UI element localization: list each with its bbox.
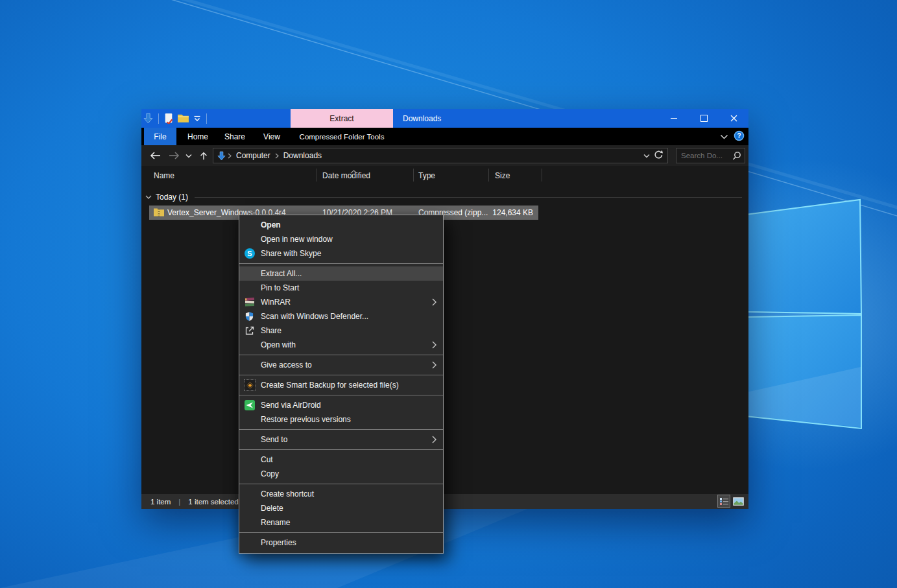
menu-separator bbox=[239, 263, 443, 264]
thumbnails-view-button[interactable] bbox=[732, 495, 744, 507]
windows-defender-icon bbox=[245, 311, 254, 322]
menu-item-label: Send via AirDroid bbox=[261, 401, 439, 410]
tab-compressed-folder-tools[interactable]: Compressed Folder Tools bbox=[294, 128, 389, 145]
menu-item-rename[interactable]: Rename bbox=[239, 515, 443, 530]
tab-home[interactable]: Home bbox=[183, 128, 213, 145]
menu-item-label: Send to bbox=[261, 435, 432, 444]
status-bar: 1 item | 1 item selected bbox=[141, 494, 748, 509]
menu-item-create-smart-backup[interactable]: Create Smart Backup for selected file(s) bbox=[239, 378, 443, 392]
menu-item-label: Open bbox=[261, 220, 439, 229]
group-collapse-chevron-icon[interactable] bbox=[145, 195, 152, 199]
search-icon[interactable] bbox=[732, 151, 741, 161]
menu-item-label: Create shortcut bbox=[261, 489, 439, 499]
menu-item-label: Share bbox=[261, 326, 439, 335]
menu-item-send-to[interactable]: Send to bbox=[239, 432, 443, 447]
menu-item-restore-previous-versions[interactable]: Restore previous versions bbox=[239, 412, 443, 427]
tab-share[interactable]: Share bbox=[221, 128, 249, 145]
maximize-button[interactable] bbox=[689, 109, 719, 128]
address-bar[interactable]: Computer Downloads bbox=[213, 148, 668, 163]
menu-separator bbox=[239, 449, 443, 450]
search-input[interactable] bbox=[680, 151, 732, 160]
menu-item-scan-with-windows-defender[interactable]: Scan with Windows Defender... bbox=[239, 309, 443, 323]
minimize-icon bbox=[671, 118, 677, 119]
menu-item-properties[interactable]: Properties bbox=[239, 535, 443, 550]
menu-item-open-with[interactable]: Open with bbox=[239, 338, 443, 352]
breadcrumb-chevron-icon bbox=[273, 153, 281, 159]
window-title: Downloads bbox=[403, 109, 441, 128]
submenu-arrow-icon bbox=[432, 436, 439, 443]
column-divider[interactable] bbox=[413, 169, 414, 182]
forward-button[interactable] bbox=[166, 145, 182, 166]
menu-item-give-access-to[interactable]: Give access to bbox=[239, 358, 443, 372]
details-view-button[interactable] bbox=[718, 495, 730, 507]
menu-separator bbox=[239, 429, 443, 430]
menu-item-label: Share with Skype bbox=[261, 249, 439, 258]
caption-buttons bbox=[659, 109, 748, 128]
address-location-icon bbox=[213, 151, 226, 161]
contextual-tab-label: Extract bbox=[329, 114, 353, 123]
menu-item-label: Open in new window bbox=[261, 235, 439, 244]
column-header-date-modified[interactable]: Date modified bbox=[322, 171, 370, 180]
menu-item-label: Scan with Windows Defender... bbox=[261, 312, 439, 321]
column-header-size[interactable]: Size bbox=[495, 171, 510, 180]
recent-locations-chevron-icon bbox=[185, 154, 192, 158]
minimize-button[interactable] bbox=[659, 109, 689, 128]
menu-item-create-shortcut[interactable]: Create shortcut bbox=[239, 487, 443, 501]
downloads-arrow-icon bbox=[141, 113, 155, 124]
menu-item-send-via-airdroid[interactable]: Send via AirDroid bbox=[239, 398, 443, 412]
airdroid-icon bbox=[245, 400, 255, 410]
column-divider[interactable] bbox=[317, 169, 317, 182]
breadcrumb-downloads[interactable]: Downloads bbox=[281, 151, 324, 160]
contextual-tab-extract[interactable]: Extract bbox=[291, 109, 393, 128]
menu-item-label: Pin to Start bbox=[261, 283, 439, 292]
group-header-today[interactable]: Today (1) bbox=[141, 191, 742, 204]
winrar-icon bbox=[245, 297, 255, 307]
column-header-name[interactable]: Name bbox=[154, 171, 174, 180]
titlebar[interactable]: Extract Downloads bbox=[141, 109, 748, 128]
menu-item-label: Delete bbox=[261, 504, 439, 513]
menu-item-label: WinRAR bbox=[261, 298, 432, 307]
search-box[interactable] bbox=[676, 148, 745, 163]
close-button[interactable] bbox=[719, 109, 748, 128]
menu-item-label: Give access to bbox=[261, 360, 432, 370]
menu-item-label: Properties bbox=[261, 538, 439, 547]
address-dropdown-chevron-icon[interactable] bbox=[643, 151, 650, 160]
submenu-arrow-icon bbox=[432, 341, 439, 349]
file-properties-icon[interactable] bbox=[162, 113, 175, 124]
menu-item-copy[interactable]: Copy bbox=[239, 467, 443, 481]
menu-item-cut[interactable]: Cut bbox=[239, 453, 443, 467]
ribbon-tab-row: File Home Share View Compressed Folder T… bbox=[141, 128, 748, 145]
menu-item-share[interactable]: Share bbox=[239, 323, 443, 338]
forward-arrow-icon bbox=[168, 152, 180, 159]
refresh-icon[interactable] bbox=[654, 150, 664, 161]
menu-separator bbox=[239, 355, 443, 355]
maximize-icon bbox=[700, 115, 708, 122]
menu-item-delete[interactable]: Delete bbox=[239, 501, 443, 515]
status-divider: | bbox=[178, 498, 180, 506]
minimize-ribbon-chevron-icon[interactable] bbox=[720, 132, 728, 141]
group-label: Today (1) bbox=[156, 193, 188, 202]
column-header-row: Name Date modified Type Size bbox=[141, 166, 748, 184]
menu-item-open[interactable]: Open bbox=[239, 218, 443, 232]
column-header-type[interactable]: Type bbox=[418, 171, 435, 180]
menu-item-label: Open with bbox=[261, 340, 432, 349]
menu-item-pin-to-start[interactable]: Pin to Start bbox=[239, 281, 443, 295]
status-selected-count: 1 item selected bbox=[188, 498, 238, 506]
tab-view[interactable]: View bbox=[258, 128, 285, 145]
menu-item-open-in-new-window[interactable]: Open in new window bbox=[239, 232, 443, 246]
recent-locations-button[interactable] bbox=[183, 145, 195, 166]
close-icon bbox=[730, 115, 737, 122]
up-button[interactable] bbox=[196, 145, 211, 166]
menu-item-extract-all[interactable]: Extract All... bbox=[239, 266, 443, 281]
back-button[interactable] bbox=[148, 145, 163, 166]
menu-item-winrar[interactable]: WinRAR bbox=[239, 295, 443, 309]
tab-file[interactable]: File bbox=[144, 128, 176, 145]
column-divider[interactable] bbox=[542, 169, 542, 182]
menu-item-share-with-skype[interactable]: S Share with Skype bbox=[239, 246, 443, 261]
column-divider[interactable] bbox=[488, 169, 489, 182]
breadcrumb-computer[interactable]: Computer bbox=[233, 151, 273, 160]
new-folder-icon[interactable] bbox=[175, 113, 191, 123]
qat-dropdown-chevron-icon[interactable] bbox=[191, 115, 203, 122]
group-divider-line bbox=[195, 197, 742, 198]
help-icon[interactable]: ? bbox=[734, 130, 745, 143]
